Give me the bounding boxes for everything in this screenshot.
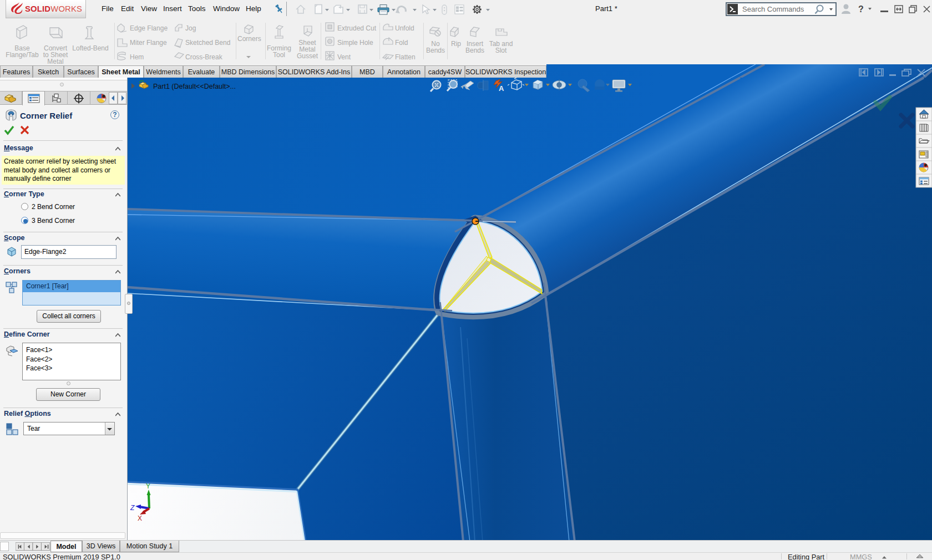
svg-text:Part1 (Default<<Default>...: Part1 (Default<<Default>... (153, 83, 236, 90)
svg-text:X: X (138, 515, 142, 522)
svg-text:Z: Z (130, 504, 135, 512)
svg-text:A: A (499, 84, 504, 93)
svg-text:Y: Y (146, 482, 150, 490)
svg-text:?: ? (858, 4, 864, 14)
svg-text:SOLIDWORKS: SOLIDWORKS (25, 4, 82, 13)
